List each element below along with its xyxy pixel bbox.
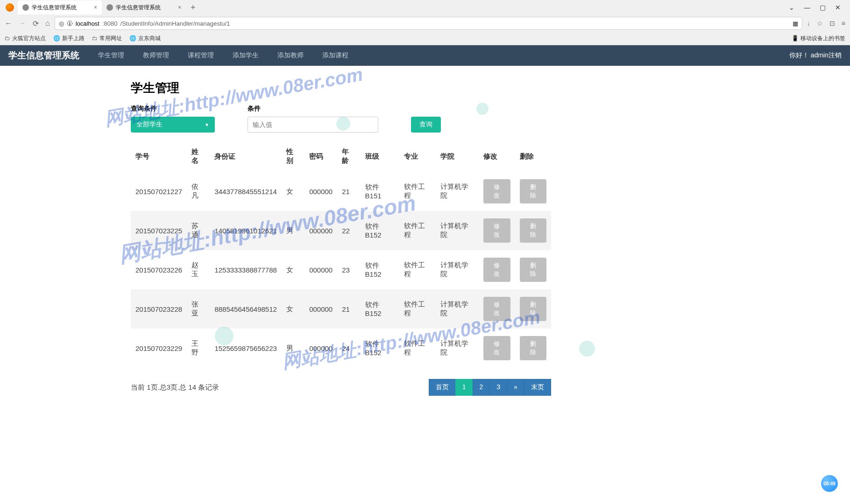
globe-icon: 🌐 bbox=[129, 35, 136, 42]
window-controls: ⌄ — ▢ ✕ bbox=[781, 4, 848, 11]
page-number[interactable]: 3 bbox=[489, 379, 507, 396]
delete-button[interactable]: 删除 bbox=[520, 297, 546, 321]
table-row: 201507023226赵玉1253333388877788女00000023软… bbox=[131, 250, 551, 289]
nav-item[interactable]: 添加教师 bbox=[277, 51, 304, 60]
edit-button[interactable]: 修改 bbox=[483, 297, 510, 321]
nav-item[interactable]: 学生管理 bbox=[98, 51, 124, 60]
folder-icon: 🗀 bbox=[5, 35, 10, 42]
lock-icon: 🛈 bbox=[67, 20, 73, 27]
table-cell: 1253333388877788 bbox=[210, 250, 281, 289]
table-cell: 软件工程 bbox=[399, 172, 436, 211]
nav-item[interactable]: 添加课程 bbox=[322, 51, 348, 60]
table-cell: 软件B152 bbox=[361, 329, 400, 368]
app-navbar: 学生信息管理系统 学生管理 教师管理 课程管理 添加学生 添加教师 添加课程 你… bbox=[0, 45, 850, 66]
folder-icon: 🗀 bbox=[92, 35, 98, 42]
qr-icon[interactable]: ▦ bbox=[793, 20, 798, 27]
query-dropdown[interactable]: 全部学生 bbox=[131, 117, 215, 133]
close-icon[interactable]: × bbox=[94, 4, 97, 11]
bookmark-bar: 🗀火狐官方站点 🌐新手上路 🗀常用网址 🌐京东商城 📱移动设备上的书签 bbox=[0, 32, 850, 45]
url-input[interactable]: ◎ 🛈 localhost:8080/StudentInfo/AdminHand… bbox=[55, 17, 802, 30]
table-row: 201507023225苏通1405819961012621男00000022软… bbox=[131, 211, 551, 250]
delete-button[interactable]: 删除 bbox=[520, 258, 546, 282]
col-class: 班级 bbox=[361, 141, 400, 172]
table-cell: 软件B151 bbox=[361, 172, 400, 211]
download-icon[interactable]: ↓ bbox=[807, 20, 810, 27]
logout-link[interactable]: 注销 bbox=[829, 51, 842, 59]
bookmark-icon[interactable]: ☆ bbox=[817, 20, 823, 27]
nav-item[interactable]: 教师管理 bbox=[143, 51, 169, 60]
menu-icon[interactable]: ≡ bbox=[842, 20, 845, 27]
col-college: 学院 bbox=[436, 141, 479, 172]
browser-tab[interactable]: 学生信息管理系统 × bbox=[102, 0, 186, 14]
minimize-icon[interactable]: — bbox=[804, 4, 810, 11]
table-cell: 苏通 bbox=[187, 211, 210, 250]
col-edit: 修改 bbox=[479, 141, 515, 172]
nav-item[interactable]: 课程管理 bbox=[188, 51, 214, 60]
edit-button[interactable]: 修改 bbox=[483, 218, 510, 243]
table-cell: 软件B152 bbox=[361, 289, 400, 329]
bubble-decoration bbox=[579, 341, 595, 357]
table-cell: 000000 bbox=[305, 329, 337, 368]
table-cell: 软件工程 bbox=[399, 289, 436, 329]
condition-label: 条件 bbox=[248, 105, 378, 113]
delete-button[interactable]: 删除 bbox=[520, 179, 546, 203]
table-cell: 21 bbox=[337, 289, 360, 329]
table-cell: 1405819961012621 bbox=[210, 211, 281, 250]
table-cell: 000000 bbox=[305, 289, 337, 329]
bookmark-item[interactable]: 🗀火狐官方站点 bbox=[5, 35, 46, 42]
forward-icon: → bbox=[19, 19, 26, 28]
page-next[interactable]: » bbox=[507, 379, 524, 396]
tab-title: 学生信息管理系统 bbox=[32, 4, 77, 12]
close-icon[interactable]: × bbox=[178, 4, 181, 11]
tab-bar: 学生信息管理系统 × 学生信息管理系统 × + ⌄ — ▢ ✕ bbox=[0, 0, 850, 15]
username: admin bbox=[811, 51, 829, 59]
close-icon[interactable]: ✕ bbox=[835, 4, 841, 11]
condition-input[interactable] bbox=[248, 117, 378, 133]
table-row: 201507021227依凡3443778845551214女00000021软… bbox=[131, 172, 551, 211]
bookmark-item[interactable]: 🌐京东商城 bbox=[129, 35, 161, 42]
page-number[interactable]: 1 bbox=[455, 379, 473, 396]
url-path: /StudentInfo/AdminHandler/managestu/1 bbox=[120, 20, 230, 27]
col-delete: 删除 bbox=[515, 141, 551, 172]
table-cell: 计算机学院 bbox=[436, 250, 479, 289]
page-first[interactable]: 首页 bbox=[429, 379, 456, 396]
edit-button[interactable]: 修改 bbox=[483, 336, 510, 360]
nav-menu: 学生管理 教师管理 课程管理 添加学生 添加教师 添加课程 bbox=[98, 51, 348, 60]
bookmark-item[interactable]: 🌐新手上路 bbox=[53, 35, 85, 42]
brand-title: 学生信息管理系统 bbox=[8, 49, 79, 62]
col-gender: 性别 bbox=[282, 141, 305, 172]
col-id: 学号 bbox=[131, 141, 187, 172]
main-content: 学生管理 查询条件 全部学生 条件 查询 学号 姓名 身份证 性别 密码 年龄 … bbox=[126, 80, 556, 396]
page-number[interactable]: 2 bbox=[473, 379, 490, 396]
table-cell: 女 bbox=[282, 250, 305, 289]
table-cell: 计算机学院 bbox=[436, 172, 479, 211]
reload-icon[interactable]: ⟳ bbox=[33, 19, 39, 28]
home-icon[interactable]: ⌂ bbox=[45, 19, 50, 28]
table-footer: 当前 1页.总3页.总 14 条记录 首页 1 2 3 » 末页 bbox=[131, 379, 551, 396]
table-cell: 赵玉 bbox=[187, 250, 210, 289]
query-label: 查询条件 bbox=[131, 105, 215, 113]
delete-button[interactable]: 删除 bbox=[520, 218, 546, 243]
bookmark-item[interactable]: 🗀常用网址 bbox=[92, 35, 122, 42]
edit-button[interactable]: 修改 bbox=[483, 258, 510, 282]
chevron-down-icon[interactable]: ⌄ bbox=[789, 4, 794, 11]
table-cell: 000000 bbox=[305, 250, 337, 289]
table-cell: 21 bbox=[337, 172, 360, 211]
maximize-icon[interactable]: ▢ bbox=[820, 4, 826, 11]
edit-button[interactable]: 修改 bbox=[483, 179, 510, 203]
table-cell: 201507023225 bbox=[131, 211, 187, 250]
browser-tab[interactable]: 学生信息管理系统 × bbox=[18, 0, 102, 14]
mobile-bookmarks[interactable]: 📱移动设备上的书签 bbox=[792, 35, 845, 42]
table-cell: 201507023228 bbox=[131, 289, 187, 329]
favicon-icon bbox=[22, 4, 29, 11]
query-button[interactable]: 查询 bbox=[411, 117, 441, 133]
table-row: 201507023228张亚8885456456498512女00000021软… bbox=[131, 289, 551, 329]
delete-button[interactable]: 删除 bbox=[520, 336, 546, 360]
new-tab-button[interactable]: + bbox=[186, 3, 200, 13]
table-cell: 软件工程 bbox=[399, 329, 436, 368]
library-icon[interactable]: ⊡ bbox=[829, 20, 835, 27]
shield-icon: ◎ bbox=[59, 20, 64, 27]
nav-item[interactable]: 添加学生 bbox=[233, 51, 259, 60]
page-last[interactable]: 末页 bbox=[524, 379, 551, 396]
back-icon[interactable]: ← bbox=[5, 19, 12, 28]
